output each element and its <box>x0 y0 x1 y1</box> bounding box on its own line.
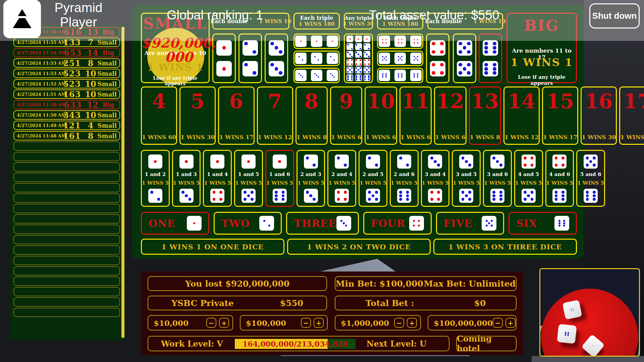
history-row-empty <box>13 183 120 192</box>
bet-combo-1-6[interactable]: 1 and 61 WINS 5 <box>265 150 294 207</box>
coming-hotel-label: Coming hotel <box>457 334 516 353</box>
die-4-icon <box>335 189 349 203</box>
die-4-icon <box>522 155 536 169</box>
bet-number-13[interactable]: 131 WINS 8 <box>469 86 501 145</box>
bet-number-6[interactable]: 61 WINS 17 <box>218 86 254 145</box>
bet-single-three[interactable]: THREE <box>286 212 359 235</box>
die-5-icon <box>457 61 472 76</box>
history-dice: 133 <box>60 38 84 47</box>
single-label: ONE <box>149 218 175 229</box>
label-each-triple-left[interactable]: Each triple 1 WINS 180 <box>293 13 340 29</box>
number-value: 5 <box>191 93 205 110</box>
label-any-triple[interactable]: Any triple 1 WINS 30 <box>344 13 373 29</box>
bet-double-5[interactable] <box>453 34 476 83</box>
die-3-icon <box>346 51 353 58</box>
bet-double-3[interactable] <box>265 34 288 83</box>
bet-triple-5[interactable] <box>377 51 423 66</box>
combo-label: 2 and 3 <box>300 172 321 177</box>
bet-number-10[interactable]: 101 WINS 6 <box>365 86 397 145</box>
bet-double-4[interactable] <box>426 34 449 83</box>
die-5-icon <box>366 189 380 203</box>
history-scrollbar[interactable] <box>121 27 124 338</box>
bet-combo-5-6[interactable]: 5 and 61 WINS 5 <box>576 150 605 207</box>
bet-combo-1-4[interactable]: 1 and 41 WINS 5 <box>203 150 232 207</box>
bet-triple-4[interactable] <box>377 34 423 49</box>
bet-number-9[interactable]: 91 WINS 6 <box>330 86 362 145</box>
die-3-icon <box>490 155 504 169</box>
min-bet: Min Bet: $100,000 <box>336 279 423 289</box>
increase-bet-button[interactable]: + <box>407 318 417 328</box>
bet-number-5[interactable]: 51 WINS 30 <box>179 86 216 145</box>
bet-double-2[interactable] <box>238 34 262 83</box>
bet-number-15[interactable]: 151 WINS 17 <box>542 86 578 145</box>
number-value: 7 <box>268 93 282 110</box>
bet-combo-3-4[interactable]: 3 and 41 WINS 5 <box>421 150 450 207</box>
increase-bet-button[interactable]: + <box>505 318 516 328</box>
bet-combo-2-5[interactable]: 2 and 51 WINS 5 <box>359 150 387 207</box>
die-2-icon <box>346 43 353 50</box>
bet-combo-4-6[interactable]: 4 and 61 WINS 5 <box>545 150 574 207</box>
bet-combo-4-5[interactable]: 4 and 51 WINS 5 <box>514 150 543 207</box>
die-2-icon <box>243 61 258 76</box>
chip-buttons: −+ <box>394 318 417 328</box>
each-double-left-odds: 1 WINS 10 <box>259 18 291 24</box>
decrease-bet-button[interactable]: − <box>493 318 503 328</box>
bet-combo-2-3[interactable]: 2 and 31 WINS 5 <box>297 150 325 207</box>
bet-triple-6[interactable] <box>377 68 423 83</box>
chip-1000000[interactable]: $1,000,000−+ <box>335 315 421 330</box>
history-row-empty <box>13 266 120 276</box>
bet-number-8[interactable]: 81 WINS 8 <box>296 86 328 145</box>
combo-label: 2 and 6 <box>394 172 415 177</box>
shutdown-button[interactable]: Shut down <box>589 3 640 28</box>
decrease-bet-button[interactable]: − <box>394 318 404 328</box>
die-6-icon <box>394 70 406 81</box>
bet-combo-2-6[interactable]: 2 and 61 WINS 5 <box>390 150 419 207</box>
coming-hotel-button[interactable]: Coming hotel <box>456 336 517 351</box>
bet-single-one[interactable]: ONE <box>141 212 209 235</box>
bet-big[interactable]: BIG Are numbers 11 to 17 1 WINS 1 Lose i… <box>506 13 577 83</box>
bet-combo-1-2[interactable]: 1 and 21 WINS 5 <box>141 150 170 207</box>
increase-bet-button[interactable]: + <box>314 318 324 328</box>
bet-double-6[interactable] <box>479 34 502 83</box>
bet-small[interactable]: SMALL $920,000,000 Are numbers 4 to 10 1… <box>141 13 210 83</box>
bet-number-16[interactable]: 161 WINS 30 <box>581 86 617 145</box>
bet-combo-3-5[interactable]: 3 and 51 WINS 5 <box>452 150 481 207</box>
history-total: 8 <box>84 58 97 68</box>
chip-100000[interactable]: $100,000−+ <box>240 315 328 330</box>
combo-odds: 1 WINS 5 <box>546 180 573 186</box>
bet-single-two[interactable]: TWO <box>214 212 282 235</box>
combo-odds: 1 WINS 5 <box>577 180 604 186</box>
bet-number-14[interactable]: 141 WINS 12 <box>503 86 540 145</box>
history-total: 10 <box>84 110 97 120</box>
bet-triple-1[interactable] <box>293 34 340 49</box>
history-total: 14 <box>85 48 100 58</box>
history-row-empty <box>13 214 120 224</box>
bet-number-11[interactable]: 111 WINS 6 <box>399 86 432 145</box>
bet-number-12[interactable]: 121 WINS 6 <box>434 86 466 145</box>
bet-single-six[interactable]: SIX <box>508 212 577 235</box>
increase-bet-button[interactable]: + <box>219 318 229 328</box>
bet-triple-2[interactable] <box>293 51 340 66</box>
decrease-bet-button[interactable]: − <box>206 318 216 328</box>
payout-text: 1 WINS 1 ON ONE DICE <box>161 243 264 251</box>
die-1-icon <box>210 155 224 169</box>
bet-combo-3-6[interactable]: 3 and 61 WINS 5 <box>483 150 512 207</box>
small-note: Lose if any triple appears <box>142 75 209 86</box>
chip-10000[interactable]: $10,000−+ <box>148 315 233 330</box>
bet-any-triple[interactable] <box>344 34 373 83</box>
single-label: FOUR <box>371 218 406 229</box>
bet-single-five[interactable]: FIVE <box>436 212 504 235</box>
bet-number-17[interactable]: 171 WINS 60 <box>619 86 644 145</box>
chip-value: $100,000,000 <box>434 318 493 327</box>
bet-number-4[interactable]: 41 WINS 60 <box>141 86 177 145</box>
bet-combo-1-5[interactable]: 1 and 51 WINS 5 <box>234 150 263 207</box>
chip-100000000[interactable]: $100,000,000−+ <box>428 315 517 330</box>
history-row-empty <box>13 245 120 255</box>
history-row-empty <box>13 141 120 151</box>
bet-triple-3[interactable] <box>293 68 340 83</box>
bet-single-four[interactable]: FOUR <box>363 212 432 235</box>
decrease-bet-button[interactable]: − <box>301 318 311 328</box>
bet-combo-2-4[interactable]: 2 and 41 WINS 5 <box>327 150 356 207</box>
bet-combo-1-3[interactable]: 1 and 31 WINS 5 <box>172 150 201 207</box>
bet-number-7[interactable]: 71 WINS 12 <box>257 86 293 145</box>
